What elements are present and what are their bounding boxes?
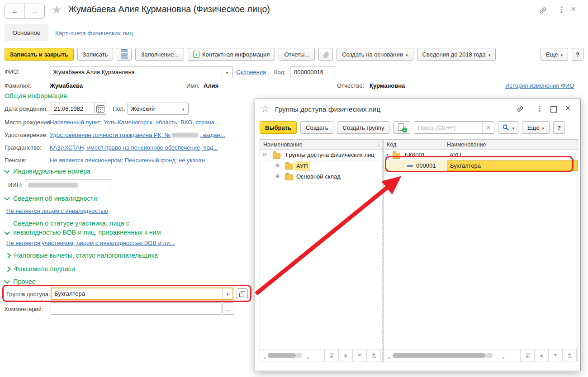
- create-based-on-button[interactable]: Создать на основании: [337, 48, 413, 61]
- disability-status-link[interactable]: Не является лицом с инвалидностью: [6, 207, 108, 214]
- favorite-star-icon[interactable]: [261, 104, 270, 114]
- dialog-more-button[interactable]: Еще: [522, 121, 550, 134]
- save-close-button[interactable]: Записать и закрыть: [5, 48, 74, 61]
- search-options-button[interactable]: [498, 121, 518, 134]
- calendar-button[interactable]: [95, 103, 106, 115]
- clear-search-icon[interactable]: ×: [482, 122, 494, 133]
- section-individual-numbers[interactable]: Индивидуальные номера: [5, 168, 90, 175]
- pension-link[interactable]: Не является пенсионером; Пенсионный фонд…: [50, 157, 205, 164]
- section-other[interactable]: Прочее: [5, 278, 36, 285]
- h-scrollbar-track[interactable]: [296, 353, 302, 358]
- collapse-icon[interactable]: [262, 150, 267, 160]
- scroll-down-button[interactable]: [353, 349, 367, 361]
- chevron-down-icon: [227, 290, 229, 297]
- code-input[interactable]: [293, 68, 332, 76]
- new-item-button[interactable]: +: [393, 121, 410, 134]
- help-button[interactable]: ?: [572, 48, 583, 61]
- scroll-left-icon[interactable]: [263, 353, 266, 360]
- section-facsimile[interactable]: Факсимиле подписи: [6, 265, 75, 273]
- more-menu-icon[interactable]: [536, 104, 543, 113]
- column-code[interactable]: Код: [384, 141, 444, 148]
- more-menu-icon[interactable]: [558, 5, 565, 14]
- birth-place-link[interactable]: Населенный пункт: Усть-Каменогорск, обла…: [50, 119, 219, 126]
- access-group-input[interactable]: [52, 288, 222, 299]
- fio-history-link[interactable]: История изменения ФИО: [505, 82, 574, 89]
- h-scrollbar-thumb[interactable]: [393, 353, 485, 358]
- fio-label: ФИО:: [5, 68, 19, 75]
- scroll-top-button[interactable]: [325, 349, 339, 361]
- declension-link[interactable]: Склонения: [236, 69, 266, 75]
- get-link-icon[interactable]: [538, 5, 548, 15]
- open-value-button[interactable]: [237, 288, 248, 299]
- tree-row-main-warehouse[interactable]: Основной склад: [260, 171, 382, 182]
- tree-row-root[interactable]: Группы доступа физических лиц: [260, 150, 382, 160]
- h-scrollbar-track[interactable]: [485, 353, 493, 358]
- reports-button[interactable]: Отчеты...: [279, 48, 315, 61]
- access-group-combo: [51, 287, 233, 300]
- tree-row-aup[interactable]: АУП: [260, 160, 382, 171]
- fio-dropdown-button[interactable]: [222, 66, 232, 78]
- citizenship-link[interactable]: КАЗАХСТАН, имеет право на пенсионное обе…: [50, 144, 218, 151]
- scroll-bottom-button[interactable]: [563, 349, 577, 361]
- row-expander-icon[interactable]: [386, 150, 389, 160]
- fio-input[interactable]: [50, 66, 222, 78]
- comment-more-button[interactable]: ...: [223, 302, 234, 315]
- attachments-button[interactable]: [318, 48, 333, 61]
- chevron-down-icon: [406, 51, 408, 58]
- select-button[interactable]: Выбрать: [260, 121, 297, 134]
- gender-dropdown-button[interactable]: [178, 103, 188, 114]
- scroll-right-icon[interactable]: [307, 353, 310, 360]
- contact-info-button[interactable]: iКонтактная информация: [188, 48, 275, 61]
- table-row-group-aup[interactable]: БК0001 АУП: [384, 150, 578, 160]
- section-veteran[interactable]: Сведения о статусе участника, лица с инв…: [5, 219, 161, 237]
- veteran-status-link[interactable]: Не является участником, лицом с инвалидн…: [6, 240, 175, 246]
- section-tax-deductions[interactable]: Налоговые вычеты, статус налогоплательщи…: [6, 252, 158, 259]
- data-2018-button[interactable]: Сведения до 2018 года: [417, 48, 496, 61]
- tree-footer: [260, 349, 382, 362]
- create-button[interactable]: Создать: [300, 121, 333, 134]
- table-header[interactable]: Код Наименование: [384, 140, 578, 150]
- table-row-buhgaltera[interactable]: 000001 Бухгалтера: [384, 160, 578, 171]
- access-group-dropdown-button[interactable]: [222, 288, 232, 299]
- selected-cell: Бухгалтера: [447, 160, 578, 171]
- iin-field[interactable]: [25, 179, 112, 191]
- section-disability[interactable]: Сведения об инвалидности: [5, 195, 97, 202]
- dialog-help-button[interactable]: ?: [553, 121, 565, 134]
- save-button[interactable]: Записать: [77, 48, 114, 61]
- scroll-top-button[interactable]: [521, 349, 535, 361]
- forward-button[interactable]: [25, 4, 44, 18]
- surname-label: Фамилия:: [5, 82, 31, 89]
- fill-button[interactable]: Заполнение...: [135, 48, 184, 61]
- dialog-title: Группы доступа физических лиц: [275, 105, 380, 113]
- scroll-down-button[interactable]: [549, 349, 563, 361]
- scroll-up-button[interactable]: [339, 349, 353, 361]
- expand-icon[interactable]: [275, 171, 280, 182]
- close-dialog-icon[interactable]: [565, 103, 570, 113]
- scroll-right-icon[interactable]: [502, 353, 505, 360]
- scroll-up-button[interactable]: [535, 349, 549, 361]
- tab-main[interactable]: Основное: [5, 24, 48, 41]
- scroll-bottom-button[interactable]: [367, 349, 381, 361]
- scroll-left-icon[interactable]: [387, 353, 390, 360]
- get-link-icon[interactable]: [516, 104, 525, 113]
- new-document-icon: +: [397, 123, 406, 132]
- maximize-icon[interactable]: [550, 106, 557, 113]
- register-records-button[interactable]: [117, 48, 132, 61]
- search-input[interactable]: [414, 122, 482, 133]
- back-button[interactable]: [5, 4, 25, 18]
- more-button[interactable]: Еще: [541, 48, 568, 61]
- h-scrollbar-thumb[interactable]: [268, 353, 296, 358]
- search-box: ×: [414, 121, 494, 134]
- comment-input[interactable]: [54, 305, 219, 312]
- gender-input[interactable]: [128, 103, 178, 114]
- tab-card-accounts[interactable]: Карт-счета физических лиц: [55, 30, 133, 37]
- name-value: Алия: [204, 82, 218, 89]
- id-doc-link[interactable]: Удостоверение личности гражданина РК, № …: [50, 132, 225, 138]
- close-window-icon[interactable]: [571, 4, 576, 14]
- expand-icon[interactable]: [275, 160, 280, 171]
- column-name[interactable]: Наименование: [444, 141, 578, 148]
- tree-header[interactable]: Наименование: [260, 140, 382, 150]
- favorite-star-icon[interactable]: [52, 3, 62, 16]
- create-group-button[interactable]: Создать группу: [337, 121, 389, 134]
- birth-date-input[interactable]: [53, 105, 92, 113]
